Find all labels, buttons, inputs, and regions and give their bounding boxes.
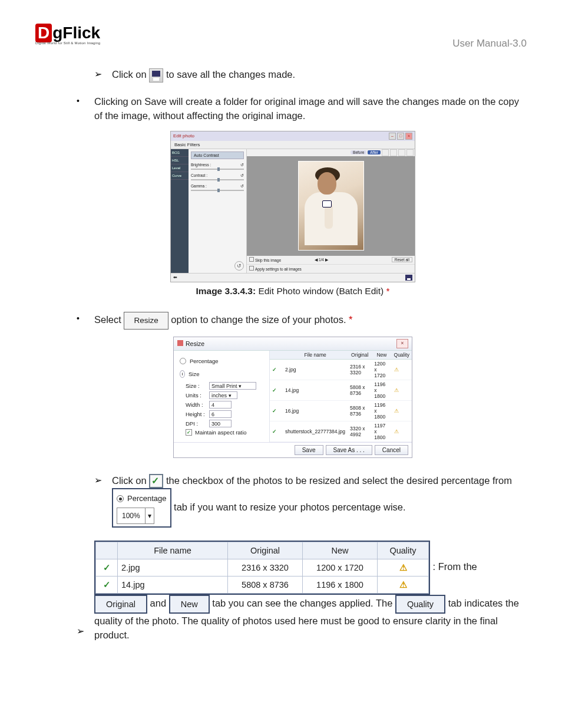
pager[interactable]: ◀ 1/4 ▶ (315, 258, 328, 262)
side-tabs: BCG HSL Level Curve (171, 149, 189, 273)
col-filename: File name (118, 542, 228, 559)
side-tab-hsl[interactable]: HSL (171, 157, 189, 164)
original-column-snippet: Original (94, 595, 147, 614)
slider-gamma[interactable]: Gamma :↺ (191, 184, 244, 191)
new-column-snippet: New (169, 595, 210, 614)
logo-main: DgFlick (35, 24, 100, 42)
chevron-icon: ➢ (94, 67, 103, 81)
reset-all-button[interactable]: Reset all (392, 257, 412, 262)
step-select-resize: • Select Resize option to change the siz… (77, 312, 527, 330)
step-percentage-resize: ➢ Click on the checkbox of the photos to… (94, 473, 527, 528)
edit-photo-window: Edit photo – □ × Basic Filters BCG HSL L… (170, 131, 415, 282)
caption-edit-photo: Image 3.3.4.3: Edit Photo window (Batch … (59, 286, 527, 297)
skip-checkbox[interactable] (249, 257, 254, 262)
bullet-icon: • (77, 94, 85, 107)
tab-basic-filters[interactable]: Basic Filters (171, 141, 204, 149)
preview-pane: Before After Skip this image (247, 149, 415, 273)
col-original: Original (348, 351, 372, 360)
table-row[interactable]: ✓2.jpg2316 x 33201200 x 1720⚠ (270, 359, 412, 380)
save-button[interactable]: Save (295, 445, 323, 455)
table-row: ✓14.jpg5808 x 87361196 x 1800⚠ (96, 577, 429, 594)
slider-contrast[interactable]: Contrast :↺ (191, 173, 244, 180)
page-header: DgFlick Digital World for Still & Motion… (35, 24, 527, 50)
percentage-tab-snippet: Percentage 100%▾ (112, 488, 171, 528)
bullet-icon: • (77, 312, 85, 325)
side-tab-level[interactable]: Level (171, 164, 189, 172)
window-titlebar: Edit photo – □ × (171, 131, 415, 141)
fit-icon[interactable] (398, 149, 405, 156)
cancel-button[interactable]: Cancel (375, 445, 408, 455)
dialog-title: Resize (186, 340, 204, 347)
table-row[interactable]: ✓16.jpg5808 x 87361196 x 1800⚠ (270, 400, 412, 421)
controls-panel: Auto Contrast Brightness :↺ Contrast :↺ … (189, 149, 247, 273)
table-row[interactable]: ✓shutterstock_22777384.jpg3320 x 4992119… (270, 421, 412, 442)
step-click-save: ➢ Click on to save all the changes made. (94, 67, 527, 83)
col-original: Original (228, 542, 303, 559)
height-input[interactable]: 6 (209, 410, 232, 418)
text: Select (94, 314, 124, 325)
text: Clicking on Save will create a folder fo… (94, 94, 527, 123)
minimize-button[interactable]: – (389, 133, 396, 140)
dpi-input[interactable]: 300 (209, 420, 232, 427)
apply-all-label: Apply settings to all images (255, 267, 302, 271)
col-quality: Quality (392, 351, 412, 360)
text: to save all the changes made. (166, 69, 295, 80)
units-select[interactable]: inches ▾ (209, 391, 237, 399)
radio-percentage[interactable]: Percentage (180, 358, 263, 364)
maximize-button[interactable]: □ (397, 133, 404, 140)
save-icon[interactable] (405, 275, 412, 281)
size-select[interactable]: Small Print ▾ (209, 382, 256, 390)
after-toggle[interactable]: After (368, 150, 381, 154)
note-save-folder: • Clicking on Save will create a folder … (77, 94, 527, 123)
resize-options: Percentage Size Size :Small Print ▾ Unit… (174, 351, 269, 442)
table-snippet: File name Original New Quality ✓2.jpg231… (94, 541, 430, 595)
text: option to change the size of your photos… (171, 314, 349, 325)
reset-icon[interactable]: ↺ (234, 261, 244, 271)
side-tab-bcg[interactable]: BCG (171, 149, 189, 157)
resize-button-inline: Resize (124, 312, 168, 330)
chevron-icon: ➢ (94, 473, 103, 487)
close-button[interactable]: × (396, 339, 408, 348)
side-tab-curve[interactable]: Curve (171, 172, 189, 180)
zoom-in-icon[interactable] (382, 149, 389, 156)
text: tab if you want to resize your photos pe… (174, 502, 405, 512)
aspect-checkbox[interactable]: ✓Maintain aspect ratio (186, 429, 263, 436)
col-new: New (372, 351, 391, 360)
col-new: New (303, 542, 378, 559)
chevron-icon: ➢ (77, 624, 85, 638)
zoom-out-icon[interactable] (390, 149, 397, 156)
width-input[interactable]: 4 (209, 401, 232, 409)
table-row[interactable]: ✓14.jpg5808 x 87361196 x 1800⚠ (270, 380, 412, 400)
resize-dialog: Resize × Percentage Size Size :Small Pri… (173, 337, 412, 458)
preview-photo (298, 161, 364, 251)
skip-label: Skip this image (255, 258, 281, 262)
text: and (150, 598, 169, 609)
slider-brightness[interactable]: Brightness :↺ (191, 163, 244, 170)
text: : From the (433, 562, 477, 572)
fullscreen-icon[interactable] (406, 149, 414, 156)
window-title: Edit photo (173, 133, 194, 139)
accordion-auto-contrast[interactable]: Auto Contrast (191, 151, 244, 159)
apply-all-checkbox[interactable] (249, 266, 254, 271)
text: tab you can see the changes applied. The (212, 598, 395, 609)
radio-size[interactable]: Size (180, 370, 263, 378)
text: Click on (112, 475, 149, 486)
back-icon[interactable]: ⬅ (173, 275, 177, 280)
dialog-titlebar: Resize × (174, 337, 412, 351)
logo: DgFlick Digital World for Still & Motion… (35, 24, 100, 45)
col-filename: File name (283, 351, 348, 360)
before-toggle[interactable]: Before (351, 150, 366, 154)
text: the checkbox of the photos to be resized… (166, 475, 512, 486)
checkbox-icon (149, 474, 163, 488)
step-table-review: ➢ File name Original New Quality ✓2.jpg2… (77, 541, 527, 642)
close-button[interactable]: × (405, 133, 412, 140)
table-row: ✓2.jpg2316 x 33201200 x 1720⚠ (96, 559, 429, 577)
save-as-button[interactable]: Save As . . . (326, 445, 372, 455)
col-quality: Quality (378, 542, 429, 559)
percentage-combo[interactable]: 100%▾ (117, 508, 154, 524)
logo-tagline: Digital World for Still & Motion Imaging (35, 41, 100, 45)
text: Click on (112, 69, 149, 80)
quality-column-snippet: Quality (395, 595, 445, 614)
manual-version: User Manual-3.0 (452, 38, 527, 50)
file-table: File name Original New Quality ✓2.jpg231… (270, 351, 412, 442)
